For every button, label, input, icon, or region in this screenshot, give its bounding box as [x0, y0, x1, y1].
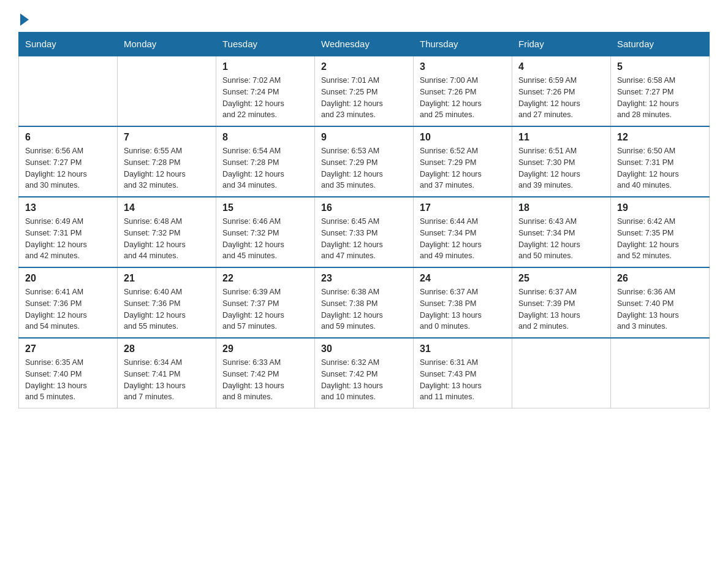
day-number: 17	[420, 202, 506, 213]
calendar-cell: 7Sunrise: 6:55 AM Sunset: 7:28 PM Daylig…	[118, 126, 216, 197]
day-number: 7	[124, 132, 210, 143]
day-number: 29	[222, 343, 308, 354]
calendar-cell: 13Sunrise: 6:49 AM Sunset: 7:31 PM Dayli…	[19, 197, 118, 267]
day-number: 6	[25, 132, 111, 143]
day-info: Sunrise: 6:58 AM Sunset: 7:27 PM Dayligh…	[617, 75, 703, 121]
calendar-header-row: SundayMondayTuesdayWednesdayThursdayFrid…	[19, 33, 710, 56]
day-number: 31	[420, 343, 506, 354]
day-number: 5	[617, 61, 703, 72]
day-number: 24	[420, 273, 506, 284]
day-info: Sunrise: 6:51 AM Sunset: 7:30 PM Dayligh…	[518, 145, 604, 191]
day-number: 15	[222, 202, 308, 213]
page-header	[18, 12, 710, 26]
calendar-cell: 12Sunrise: 6:50 AM Sunset: 7:31 PM Dayli…	[611, 126, 710, 197]
calendar-cell: 27Sunrise: 6:35 AM Sunset: 7:40 PM Dayli…	[19, 338, 118, 408]
day-info: Sunrise: 6:50 AM Sunset: 7:31 PM Dayligh…	[617, 145, 703, 191]
day-number: 22	[222, 273, 308, 284]
calendar-week-row: 1Sunrise: 7:02 AM Sunset: 7:24 PM Daylig…	[19, 56, 710, 126]
day-info: Sunrise: 6:53 AM Sunset: 7:29 PM Dayligh…	[321, 145, 407, 191]
day-info: Sunrise: 6:32 AM Sunset: 7:42 PM Dayligh…	[321, 357, 407, 403]
calendar-cell	[118, 56, 216, 126]
calendar-cell: 19Sunrise: 6:42 AM Sunset: 7:35 PM Dayli…	[611, 197, 710, 267]
day-number: 1	[222, 61, 308, 72]
day-of-week-header: Monday	[118, 33, 216, 56]
calendar-cell: 14Sunrise: 6:48 AM Sunset: 7:32 PM Dayli…	[118, 197, 216, 267]
day-info: Sunrise: 6:54 AM Sunset: 7:28 PM Dayligh…	[222, 145, 308, 191]
day-number: 2	[321, 61, 407, 72]
calendar-cell: 15Sunrise: 6:46 AM Sunset: 7:32 PM Dayli…	[216, 197, 315, 267]
calendar-cell: 20Sunrise: 6:41 AM Sunset: 7:36 PM Dayli…	[19, 267, 118, 338]
calendar-week-row: 20Sunrise: 6:41 AM Sunset: 7:36 PM Dayli…	[19, 267, 710, 338]
calendar-cell: 24Sunrise: 6:37 AM Sunset: 7:38 PM Dayli…	[414, 267, 512, 338]
day-info: Sunrise: 6:39 AM Sunset: 7:37 PM Dayligh…	[222, 286, 308, 332]
day-info: Sunrise: 6:38 AM Sunset: 7:38 PM Dayligh…	[321, 286, 407, 332]
day-info: Sunrise: 6:55 AM Sunset: 7:28 PM Dayligh…	[124, 145, 210, 191]
day-info: Sunrise: 6:59 AM Sunset: 7:26 PM Dayligh…	[518, 75, 604, 121]
day-number: 27	[25, 343, 111, 354]
calendar-cell: 1Sunrise: 7:02 AM Sunset: 7:24 PM Daylig…	[216, 56, 315, 126]
calendar-cell: 21Sunrise: 6:40 AM Sunset: 7:36 PM Dayli…	[118, 267, 216, 338]
day-info: Sunrise: 6:52 AM Sunset: 7:29 PM Dayligh…	[420, 145, 506, 191]
calendar-cell	[19, 56, 118, 126]
day-info: Sunrise: 7:02 AM Sunset: 7:24 PM Dayligh…	[222, 75, 308, 121]
day-number: 9	[321, 132, 407, 143]
day-info: Sunrise: 6:44 AM Sunset: 7:34 PM Dayligh…	[420, 216, 506, 262]
calendar-cell: 8Sunrise: 6:54 AM Sunset: 7:28 PM Daylig…	[216, 126, 315, 197]
day-info: Sunrise: 6:33 AM Sunset: 7:42 PM Dayligh…	[222, 357, 308, 403]
day-info: Sunrise: 6:45 AM Sunset: 7:33 PM Dayligh…	[321, 216, 407, 262]
calendar-cell: 22Sunrise: 6:39 AM Sunset: 7:37 PM Dayli…	[216, 267, 315, 338]
calendar-cell: 11Sunrise: 6:51 AM Sunset: 7:30 PM Dayli…	[512, 126, 611, 197]
day-number: 14	[124, 202, 210, 213]
calendar-cell: 28Sunrise: 6:34 AM Sunset: 7:41 PM Dayli…	[118, 338, 216, 408]
day-number: 20	[25, 273, 111, 284]
day-number: 13	[25, 202, 111, 213]
day-number: 30	[321, 343, 407, 354]
calendar-cell: 5Sunrise: 6:58 AM Sunset: 7:27 PM Daylig…	[611, 56, 710, 126]
day-number: 12	[617, 132, 703, 143]
day-of-week-header: Wednesday	[315, 33, 414, 56]
day-number: 3	[420, 61, 506, 72]
calendar-cell: 17Sunrise: 6:44 AM Sunset: 7:34 PM Dayli…	[414, 197, 512, 267]
day-info: Sunrise: 6:35 AM Sunset: 7:40 PM Dayligh…	[25, 357, 111, 403]
day-number: 28	[124, 343, 210, 354]
calendar-cell: 29Sunrise: 6:33 AM Sunset: 7:42 PM Dayli…	[216, 338, 315, 408]
day-number: 26	[617, 273, 703, 284]
day-number: 25	[518, 273, 604, 284]
day-number: 16	[321, 202, 407, 213]
calendar-cell	[611, 338, 710, 408]
logo-triangle-icon	[20, 13, 29, 26]
day-info: Sunrise: 6:37 AM Sunset: 7:38 PM Dayligh…	[420, 286, 506, 332]
day-of-week-header: Friday	[512, 33, 611, 56]
day-of-week-header: Tuesday	[216, 33, 315, 56]
calendar-cell: 31Sunrise: 6:31 AM Sunset: 7:43 PM Dayli…	[414, 338, 512, 408]
calendar-cell: 16Sunrise: 6:45 AM Sunset: 7:33 PM Dayli…	[315, 197, 414, 267]
calendar-cell: 3Sunrise: 7:00 AM Sunset: 7:26 PM Daylig…	[414, 56, 512, 126]
day-info: Sunrise: 6:48 AM Sunset: 7:32 PM Dayligh…	[124, 216, 210, 262]
day-number: 10	[420, 132, 506, 143]
calendar-cell	[512, 338, 611, 408]
day-info: Sunrise: 6:34 AM Sunset: 7:41 PM Dayligh…	[124, 357, 210, 403]
day-info: Sunrise: 7:01 AM Sunset: 7:25 PM Dayligh…	[321, 75, 407, 121]
calendar-week-row: 6Sunrise: 6:56 AM Sunset: 7:27 PM Daylig…	[19, 126, 710, 197]
day-of-week-header: Thursday	[414, 33, 512, 56]
day-info: Sunrise: 7:00 AM Sunset: 7:26 PM Dayligh…	[420, 75, 506, 121]
calendar-cell: 9Sunrise: 6:53 AM Sunset: 7:29 PM Daylig…	[315, 126, 414, 197]
calendar-cell: 2Sunrise: 7:01 AM Sunset: 7:25 PM Daylig…	[315, 56, 414, 126]
day-number: 4	[518, 61, 604, 72]
calendar-cell: 23Sunrise: 6:38 AM Sunset: 7:38 PM Dayli…	[315, 267, 414, 338]
calendar-cell: 4Sunrise: 6:59 AM Sunset: 7:26 PM Daylig…	[512, 56, 611, 126]
logo	[18, 12, 29, 26]
day-of-week-header: Sunday	[19, 33, 118, 56]
day-info: Sunrise: 6:41 AM Sunset: 7:36 PM Dayligh…	[25, 286, 111, 332]
calendar-cell: 30Sunrise: 6:32 AM Sunset: 7:42 PM Dayli…	[315, 338, 414, 408]
day-info: Sunrise: 6:56 AM Sunset: 7:27 PM Dayligh…	[25, 145, 111, 191]
day-info: Sunrise: 6:43 AM Sunset: 7:34 PM Dayligh…	[518, 216, 604, 262]
calendar-cell: 18Sunrise: 6:43 AM Sunset: 7:34 PM Dayli…	[512, 197, 611, 267]
day-info: Sunrise: 6:42 AM Sunset: 7:35 PM Dayligh…	[617, 216, 703, 262]
day-info: Sunrise: 6:46 AM Sunset: 7:32 PM Dayligh…	[222, 216, 308, 262]
day-number: 11	[518, 132, 604, 143]
calendar-cell: 6Sunrise: 6:56 AM Sunset: 7:27 PM Daylig…	[19, 126, 118, 197]
day-info: Sunrise: 6:37 AM Sunset: 7:39 PM Dayligh…	[518, 286, 604, 332]
day-number: 21	[124, 273, 210, 284]
day-info: Sunrise: 6:31 AM Sunset: 7:43 PM Dayligh…	[420, 357, 506, 403]
